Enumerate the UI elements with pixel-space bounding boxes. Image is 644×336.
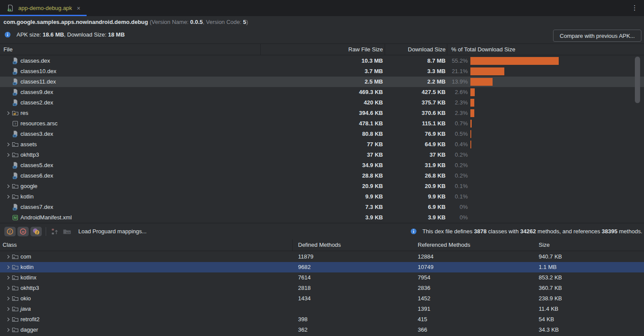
chevron-right-icon[interactable] xyxy=(4,264,12,271)
class-row[interactable]: dagger36236634.3 KB xyxy=(0,325,644,335)
percent-cell: 0.2% xyxy=(435,171,468,181)
column-header-size[interactable]: Size xyxy=(539,239,550,251)
file-row[interactable]: 01classes2.dex420 KB375.7 KB2.3% xyxy=(0,97,644,108)
file-row[interactable]: kotlin9.9 KB9.9 KB0.1% xyxy=(0,192,644,202)
file-row[interactable]: 01classes11.dex2.5 MB2.2 MB13.9% xyxy=(0,77,644,87)
file-row[interactable]: res394.6 KB370.6 KB2.3% xyxy=(0,108,644,118)
file-row[interactable]: google20.9 KB20.9 KB0.1% xyxy=(0,181,644,192)
size-cell: 853.2 KB xyxy=(539,272,562,283)
file-name-cell: MAndroidManifest.xml xyxy=(4,212,72,223)
percent-cell: 0.1% xyxy=(435,181,468,192)
raw-size-cell: 34.9 KB xyxy=(261,160,383,171)
apk-size-info: APK size: 18.6 MB, Download Size: 18 MB xyxy=(4,28,125,41)
show-fields-toggle[interactable]: f xyxy=(4,227,16,236)
chevron-placeholder xyxy=(4,204,12,211)
class-row[interactable]: okhttp328182836360.7 KB xyxy=(0,283,644,293)
chevron-right-icon[interactable] xyxy=(4,193,12,200)
show-references-toggle[interactable]: f xyxy=(30,227,42,236)
column-header-raw-file-size[interactable]: Raw File Size xyxy=(261,44,383,55)
chevron-right-icon[interactable] xyxy=(4,316,12,323)
svg-text:f: f xyxy=(10,229,11,234)
column-header-file[interactable]: File xyxy=(3,44,13,55)
chevron-placeholder xyxy=(4,172,12,179)
package-view-icon[interactable]: a.b xyxy=(62,227,72,236)
class-table-body: com1187912884940.7 KBkotlin9682107491.1 … xyxy=(0,252,644,335)
column-divider xyxy=(292,239,293,251)
file-row[interactable]: 01classes10.dex3.7 MB3.3 MB21.1% xyxy=(0,66,644,77)
defined-methods-cell: 7614 xyxy=(298,272,311,283)
vertical-scrollbar-thumb[interactable] xyxy=(635,57,640,103)
chevron-right-icon[interactable] xyxy=(4,274,12,281)
percent-cell: 0% xyxy=(435,202,468,212)
file-row[interactable]: 01classes3.dex80.8 KB76.9 KB0.5% xyxy=(0,129,644,139)
column-header-class[interactable]: Class xyxy=(3,239,17,251)
file-name: classes6.dex xyxy=(20,171,53,181)
column-header-defined-methods[interactable]: Defined Methods xyxy=(298,239,341,251)
raw-size-cell: 394.6 KB xyxy=(261,108,383,118)
column-header-percent-of-total[interactable]: % of Total Download Size xyxy=(451,44,515,55)
compare-with-previous-apk-button[interactable]: Compare with previous APK... xyxy=(553,30,641,42)
referenced-methods-cell: 366 xyxy=(418,325,427,335)
chevron-right-icon[interactable] xyxy=(4,306,12,312)
svg-text:M: M xyxy=(13,215,17,220)
package-folder-icon xyxy=(12,295,20,302)
svg-text:01: 01 xyxy=(13,93,16,95)
dex-info-part: This dex file defines xyxy=(423,228,474,235)
class-row[interactable]: kotlin9682107491.1 MB xyxy=(0,262,644,272)
file-row[interactable]: 01classes7.dex7.3 KB6.9 KB0% xyxy=(0,202,644,212)
file-table-header: File Raw File Size Download Size % of To… xyxy=(0,44,644,55)
chevron-right-icon[interactable] xyxy=(4,183,12,190)
referenced-methods-cell: 2836 xyxy=(418,283,430,293)
percent-cell: 0.7% xyxy=(435,118,468,129)
column-header-referenced-methods[interactable]: Referenced Methods xyxy=(418,239,470,251)
apk-package-header: com.google.samples.apps.nowinandroid.dem… xyxy=(3,17,641,28)
class-row[interactable]: retrofit239841554 KB xyxy=(0,314,644,325)
chevron-right-icon[interactable] xyxy=(4,326,12,333)
folder-icon xyxy=(12,193,20,200)
defined-methods-cell: 398 xyxy=(298,314,308,325)
file-row[interactable]: 01classes5.dex34.9 KB31.9 KB0.2% xyxy=(0,160,644,171)
file-row[interactable]: ?resources.arsc478.1 KB115.1 KB0.7% xyxy=(0,118,644,129)
load-proguard-mappings-button[interactable]: Load Proguard mappings... xyxy=(78,228,147,235)
chevron-right-icon[interactable] xyxy=(4,151,12,158)
svg-text:01: 01 xyxy=(13,104,16,106)
file-row[interactable]: 01classes9.dex469.3 KB427.5 KB2.6% xyxy=(0,87,644,97)
file-row[interactable]: MAndroidManifest.xml3.9 KB3.9 KB0% xyxy=(0,212,644,223)
folder-icon xyxy=(12,183,20,190)
file-name-cell: 01classes11.dex xyxy=(4,77,56,87)
class-name-cell: okio xyxy=(4,293,31,304)
chevron-placeholder xyxy=(4,89,12,96)
sort-tree-icon[interactable] xyxy=(50,227,60,236)
kebab-menu-icon[interactable]: ⋮ xyxy=(631,4,638,12)
class-row[interactable]: kotlinx76147954853.2 KB xyxy=(0,272,644,283)
file-name: classes10.dex xyxy=(20,66,56,77)
class-row[interactable]: com1187912884940.7 KB xyxy=(0,252,644,262)
class-name: okio xyxy=(20,293,31,304)
class-row[interactable]: java139111.4 KB xyxy=(0,304,644,314)
chevron-right-icon[interactable] xyxy=(4,295,12,302)
file-row[interactable]: assets77 KB64.9 KB0.4% xyxy=(0,139,644,150)
dex-info-part: methods, and references xyxy=(536,228,602,235)
chevron-right-icon[interactable] xyxy=(4,141,12,148)
file-row[interactable]: 01classes.dex10.3 MB8.7 MB55.2% xyxy=(0,56,644,66)
chevron-right-icon[interactable] xyxy=(4,110,12,117)
defined-methods-cell: 362 xyxy=(298,325,308,335)
file-row[interactable]: okhttp337 KB37 KB0.2% xyxy=(0,150,644,160)
tab-apk-file[interactable]: app-demo-debug.apk × xyxy=(0,0,87,16)
chevron-right-icon[interactable] xyxy=(4,253,12,260)
show-methods-toggle[interactable]: m xyxy=(17,227,29,236)
file-row[interactable]: 01classes6.dex28.8 KB26.8 KB0.2% xyxy=(0,171,644,181)
class-row[interactable]: okio14341452238.9 KB xyxy=(0,293,644,304)
chevron-right-icon[interactable] xyxy=(4,285,12,292)
chevron-placeholder xyxy=(4,162,12,169)
defined-methods-cell: 2818 xyxy=(298,283,311,293)
dex-info-text: This dex file defines 3878 classes with … xyxy=(410,223,642,239)
version-code-label: , Version Code: xyxy=(203,19,243,25)
percent-cell: 2.6% xyxy=(435,87,468,97)
info-icon xyxy=(4,31,13,38)
file-name: classes.dex xyxy=(20,56,50,66)
tab-close-icon[interactable]: × xyxy=(77,5,80,12)
class-name-cell: kotlin xyxy=(4,262,34,272)
percent-cell: 21.1% xyxy=(435,66,468,77)
column-header-download-size[interactable]: Download Size xyxy=(387,44,446,55)
